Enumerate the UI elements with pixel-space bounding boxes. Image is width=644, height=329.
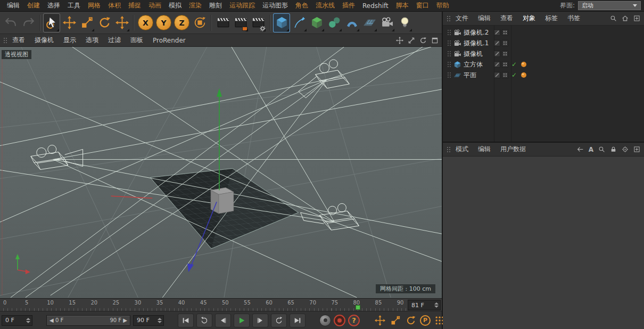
render-view-button[interactable] — [214, 13, 232, 32]
object-row-camera-1[interactable]: 摄像机.1 — [443, 38, 644, 48]
add-camera-button[interactable] — [378, 13, 395, 32]
start-frame-spinner[interactable]: 0 F — [2, 315, 32, 326]
menu-item-pipeline[interactable]: 流水线 — [312, 1, 338, 10]
home-icon[interactable] — [622, 15, 629, 22]
new-panel-icon[interactable] — [633, 15, 640, 22]
add-cube-button[interactable] — [273, 13, 290, 32]
object-row-plane[interactable]: 平面 ✓ — [443, 70, 644, 80]
end-frame-spinner[interactable]: 90 F — [133, 315, 164, 326]
add-light-button[interactable] — [396, 13, 413, 32]
menu-item-script[interactable]: 脚本 — [392, 1, 412, 10]
visibility-dots-icon[interactable] — [502, 40, 508, 46]
menu-item-select[interactable]: 选择 — [44, 1, 64, 10]
scale-tool-button[interactable] — [78, 13, 95, 32]
toggle-view-icon[interactable] — [431, 37, 439, 44]
move-tool-button[interactable] — [61, 13, 78, 32]
menu-item-edit[interactable]: 编辑 — [3, 1, 23, 10]
z-axis-lock-button[interactable]: Z — [174, 15, 189, 30]
current-frame-marker[interactable] — [356, 305, 360, 310]
menu-item-redshift[interactable]: Redshift — [359, 2, 392, 10]
ruler-track[interactable]: 0 5 10 15 20 25 30 35 40 45 50 55 60 65 … — [0, 299, 407, 311]
object-row-camera[interactable]: 摄像机 — [443, 48, 644, 59]
menu-item-simulate[interactable]: 模拟 — [165, 1, 185, 10]
redo-button[interactable] — [20, 13, 37, 32]
layer-color-icon[interactable] — [494, 72, 500, 78]
menu-item-character[interactable]: 角色 — [292, 1, 312, 10]
phong-tag-icon[interactable] — [521, 61, 527, 68]
last-tool-button[interactable] — [113, 13, 130, 32]
generators-button[interactable] — [326, 13, 343, 32]
play-backward-button[interactable] — [196, 314, 212, 327]
new-panel-icon[interactable] — [633, 146, 640, 153]
menu-item-mesh[interactable]: 网格 — [84, 1, 104, 10]
visibility-dots-icon[interactable] — [502, 29, 508, 36]
om-menu-tags[interactable]: 标签 — [540, 14, 563, 23]
play-cycle-button[interactable] — [271, 314, 287, 327]
menu-item-mograph[interactable]: 运动图形 — [259, 1, 292, 10]
font-icon[interactable]: A — [589, 146, 593, 153]
om-menu-bookmarks[interactable]: 书签 — [563, 14, 585, 23]
timeline-range-slider[interactable]: ◀ 0 F 90 F ▶ — [46, 315, 130, 326]
vp-menu-filter[interactable]: 过滤 — [103, 36, 126, 45]
object-row-camera-2[interactable]: 摄像机.2 — [443, 27, 644, 38]
subdivision-surface-button[interactable] — [308, 13, 325, 32]
autokey-button[interactable] — [334, 315, 345, 326]
layer-color-icon[interactable] — [494, 29, 500, 36]
layer-color-icon[interactable] — [494, 61, 500, 68]
pan-view-icon[interactable] — [396, 37, 403, 44]
layer-color-icon[interactable] — [494, 40, 500, 46]
render-to-picture-viewer-button[interactable] — [232, 13, 249, 32]
am-menu-userdata[interactable]: 用户数据 — [496, 145, 531, 154]
menu-item-render[interactable]: 渲染 — [185, 1, 205, 10]
om-menu-view[interactable]: 查看 — [496, 14, 518, 23]
next-frame-button[interactable] — [252, 314, 268, 327]
key-parameter-toggle[interactable]: P — [420, 315, 431, 326]
vp-menu-panel[interactable]: 面板 — [126, 36, 148, 45]
undo-button[interactable] — [2, 13, 19, 32]
am-menu-edit[interactable]: 编辑 — [473, 145, 496, 154]
menu-item-help[interactable]: 帮助 — [433, 1, 453, 10]
rotate-view-icon[interactable] — [419, 37, 427, 44]
zoom-view-icon[interactable] — [408, 37, 415, 44]
x-axis-lock-button[interactable]: X — [138, 15, 153, 30]
keying-help-button[interactable]: ? — [348, 315, 360, 326]
record-keyframe-button[interactable] — [319, 315, 331, 326]
interface-dropdown[interactable]: 启动 — [578, 1, 641, 10]
object-row-cube[interactable]: 立方体 ✓ — [443, 59, 644, 70]
current-frame-spinner[interactable]: 81 F — [408, 300, 441, 310]
om-menu-file[interactable]: 文件 — [451, 14, 473, 23]
rotate-tool-button[interactable] — [96, 13, 113, 32]
am-menu-mode[interactable]: 模式 — [451, 145, 473, 154]
menu-item-sculpt[interactable]: 雕刻 — [205, 1, 226, 10]
menu-item-motion-tracker[interactable]: 运动跟踪 — [226, 1, 259, 10]
visibility-dots-icon[interactable] — [502, 61, 508, 68]
vp-menu-display[interactable]: 显示 — [59, 36, 81, 45]
y-axis-lock-button[interactable]: Y — [156, 15, 171, 30]
menu-item-window[interactable]: 窗口 — [412, 1, 433, 10]
menu-item-snap[interactable]: 捕捉 — [125, 1, 145, 10]
history-back-icon[interactable] — [577, 146, 584, 153]
key-rotation-toggle[interactable] — [404, 314, 417, 327]
render-settings-button[interactable] — [250, 13, 267, 32]
spinner-arrows-icon[interactable] — [434, 302, 439, 308]
deformer-button[interactable] — [343, 13, 360, 32]
range-end-handle[interactable]: 90 F ▶ — [110, 317, 127, 323]
vp-menu-prorender[interactable]: ProRender — [148, 37, 191, 44]
vp-menu-cameras[interactable]: 摄像机 — [30, 36, 59, 45]
spinner-arrows-icon[interactable] — [158, 318, 162, 323]
vp-menu-options[interactable]: 选项 — [81, 36, 103, 45]
om-menu-objects[interactable]: 对象 — [518, 14, 540, 23]
phong-tag-icon[interactable] — [521, 72, 527, 78]
visibility-dots-icon[interactable] — [502, 72, 508, 78]
menu-item-plugins[interactable]: 插件 — [338, 1, 359, 10]
om-menu-edit[interactable]: 编辑 — [473, 14, 496, 23]
visibility-dots-icon[interactable] — [502, 51, 508, 57]
environment-floor-button[interactable] — [361, 13, 378, 32]
menu-item-tools[interactable]: 工具 — [64, 1, 84, 10]
search-icon[interactable] — [598, 146, 605, 153]
viewport-canvas[interactable]: 透视视图 网格间距 : 100 cm — [0, 47, 442, 298]
play-button[interactable] — [234, 314, 250, 327]
menu-item-create[interactable]: 创建 — [23, 1, 44, 10]
menu-item-volume[interactable]: 体积 — [104, 1, 125, 10]
lock-icon[interactable] — [610, 146, 617, 153]
